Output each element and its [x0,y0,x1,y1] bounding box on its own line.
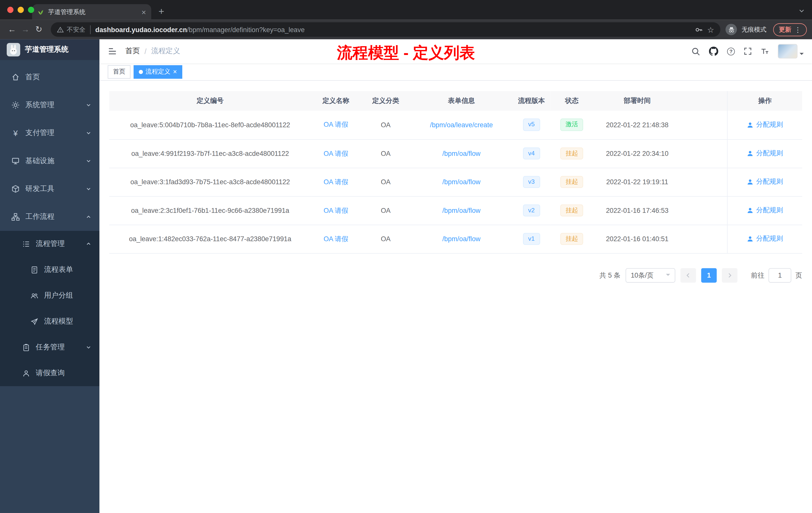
content-area: 定义编号 定义名称 定义分类 表单信息 流程版本 状态 部署时间 操作 [99,81,812,513]
sidebar-logo[interactable]: 芋道管理系统 [0,39,99,60]
sidebar-item-user-group[interactable]: 用户分组 [0,282,99,308]
search-icon[interactable] [691,47,700,56]
tag-close-icon[interactable] [173,68,177,75]
browser-tab[interactable]: 芋道管理系统 [32,4,151,20]
sidebar-item-task-mgmt[interactable]: 任务管理 [0,334,99,360]
assign-rule-button[interactable]: 分配规则 [747,206,783,215]
app-root: 芋道管理系统 首页 系统管理 ¥ [0,39,812,513]
col-definition-category: 定义分类 [361,91,410,111]
cell-filler [681,139,727,168]
bookmark-star-icon[interactable] [707,26,714,33]
cell-filler [681,196,727,224]
cell-deploy-time: 2022-01-16 17:46:53 [593,196,681,224]
logo-avatar [7,43,20,57]
update-button[interactable]: 更新 [773,23,807,36]
definition-name-link[interactable]: OA 请假 [324,235,348,242]
security-chip[interactable]: 不安全 [57,25,91,34]
definition-name-link[interactable]: OA 请假 [324,178,348,185]
sidebar-item-dev-tools[interactable]: 研发工具 [0,175,99,203]
assign-rule-button[interactable]: 分配规则 [747,177,783,186]
definition-name-link[interactable]: OA 请假 [324,206,348,214]
sidebar-item-workflow[interactable]: 工作流程 [0,203,99,231]
table-header-row: 定义编号 定义名称 定义分类 表单信息 流程版本 状态 部署时间 操作 [109,91,802,111]
sidebar-menu: 首页 系统管理 ¥ 支付管理 [0,60,99,386]
sidebar-item-leave-query[interactable]: 请假查询 [0,360,99,386]
new-tab-button[interactable] [158,6,164,16]
assign-rule-button[interactable]: 分配规则 [747,234,783,243]
user-group-icon [30,292,38,299]
sidebar-item-process-model[interactable]: 流程模型 [0,308,99,334]
tree-icon [11,213,20,221]
window-minimize-button[interactable] [18,7,24,13]
help-icon[interactable] [727,48,735,55]
prev-page-button[interactable] [680,268,696,282]
fullscreen-icon[interactable] [744,47,752,56]
forward-button[interactable] [19,25,32,34]
clipboard-icon [22,343,30,351]
breadcrumb-separator: / [144,47,146,56]
tab-search-chevron-icon[interactable] [799,8,805,14]
window-zoom-button[interactable] [28,7,34,13]
cell-deploy-time: 2022-01-22 19:19:11 [593,168,681,196]
url-path: /bpm/manager/definition?key=oa_leave [187,26,305,33]
form-link[interactable]: /bpm/oa/flow [442,207,481,214]
tab-title: 芋道管理系统 [48,7,137,16]
table-row: oa_leave:1:482ec033-762a-11ec-8477-a2380… [109,224,802,253]
definition-name-link[interactable]: OA 请假 [324,149,348,157]
sidebar-item-label: 流程管理 [36,239,65,248]
cell-deploy-time: 2022-01-16 01:40:51 [593,224,681,253]
address-bar[interactable]: 不安全 dashboard.yudao.iocoder.cn/bpm/manag… [51,22,720,37]
person-icon [747,150,754,157]
sidebar-item-home[interactable]: 首页 [0,63,99,91]
definition-name-link[interactable]: OA 请假 [324,121,348,128]
status-badge: 挂起 [560,233,583,245]
page-number-button[interactable]: 1 [701,268,717,282]
sidebar-item-label: 首页 [25,72,40,82]
form-link[interactable]: /bpm/oa/leave/create [430,121,493,129]
reload-button[interactable] [32,25,46,34]
sidebar-item-label: 请假查询 [36,369,65,378]
status-badge: 挂起 [560,176,583,188]
next-page-button[interactable] [722,268,737,282]
sidebar-item-label: 研发工具 [25,184,55,193]
sidebar-item-process-form[interactable]: 流程表单 [0,257,99,282]
back-button[interactable] [5,25,19,34]
home-icon [11,73,20,81]
version-badge: v2 [523,204,540,217]
page-size-select[interactable]: 10条/页 [626,268,675,282]
cell-definition-id: oa_leave:1:482ec033-762a-11ec-8477-a2380… [109,224,311,253]
sidebar-item-label: 工作流程 [25,212,55,221]
update-label: 更新 [779,25,791,34]
password-key-icon[interactable] [695,26,702,33]
yen-icon: ¥ [11,129,20,137]
github-icon[interactable] [709,47,718,56]
tag-process-definition[interactable]: 流程定义 [134,65,182,79]
browser-menu-icon[interactable] [794,26,801,33]
form-link[interactable]: /bpm/oa/flow [442,235,481,243]
breadcrumb-home[interactable]: 首页 [125,47,140,56]
url-text: dashboard.yudao.iocoder.cn/bpm/manager/d… [95,26,690,33]
form-link[interactable]: /bpm/oa/flow [442,150,481,157]
chevron-right-icon [727,272,733,278]
tags-view-bar: 首页 流程定义 [99,63,812,81]
sidebar-item-payment-mgmt[interactable]: ¥ 支付管理 [0,119,99,147]
cell-category: OA [361,196,410,224]
col-definition-id: 定义编号 [109,91,311,111]
assign-rule-button[interactable]: 分配规则 [747,149,783,158]
sidebar-item-process-mgmt[interactable]: 流程管理 [0,231,99,257]
hamburger-icon[interactable] [108,47,117,56]
user-avatar-menu[interactable] [778,44,804,58]
sidebar-item-infrastructure[interactable]: 基础设施 [0,147,99,175]
sidebar-item-system-mgmt[interactable]: 系统管理 [0,91,99,119]
cell-filler [681,111,727,139]
tab-close-icon[interactable] [142,8,146,16]
version-badge: v5 [523,119,540,131]
sidebar-item-label: 基础设施 [25,156,55,165]
goto-page-input[interactable] [768,268,791,282]
assign-rule-button[interactable]: 分配规则 [747,120,783,129]
window-close-button[interactable] [7,7,13,13]
col-deploy-time: 部署时间 [593,91,681,111]
font-size-icon[interactable] [761,47,769,56]
tag-home[interactable]: 首页 [108,65,130,79]
form-link[interactable]: /bpm/oa/flow [442,178,481,186]
